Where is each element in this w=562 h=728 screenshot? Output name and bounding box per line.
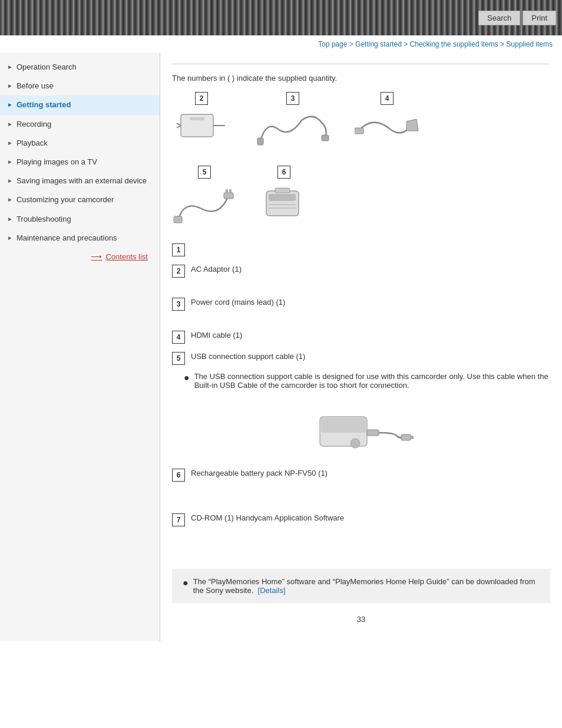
- search-button[interactable]: Search: [478, 11, 520, 25]
- item-4-number: 4: [381, 92, 394, 105]
- svg-rect-21: [367, 430, 379, 436]
- breadcrumb-checkingsupplied[interactable]: Checking the supplied items: [410, 40, 498, 48]
- playmemories-note-box: ● The “PlayMemories Home” software and “…: [172, 569, 550, 603]
- sidebar-label: Playback: [16, 138, 48, 149]
- breadcrumb-current: Supplied items: [506, 40, 553, 48]
- item-5-number: 5: [198, 166, 211, 179]
- print-button[interactable]: Print: [523, 11, 556, 25]
- sidebar-item-maintenance[interactable]: ► Maintenance and precautions: [0, 229, 160, 248]
- num-5: 5: [172, 352, 185, 365]
- svg-rect-1: [190, 117, 204, 120]
- sidebar-item-saving-images[interactable]: ► Saving images with an external device: [0, 172, 160, 190]
- item-3-image: [254, 108, 331, 151]
- item-7-desc: CD-ROM (1) Handycam Application Software: [191, 512, 344, 524]
- item-6-number: 6: [277, 166, 290, 179]
- sidebar-item-getting-started[interactable]: ► Getting started: [0, 95, 160, 114]
- items-images-row-1: 2 3: [172, 92, 550, 154]
- item-row-3: 3 Power cord (mains lead) (1): [172, 297, 550, 311]
- svg-rect-6: [322, 135, 329, 141]
- item-6-desc: Rechargeable battery pack NP-FV50 (1): [191, 467, 328, 479]
- items-images-row-2: 5 6: [172, 166, 550, 230]
- arrow-icon: ►: [7, 139, 13, 147]
- sidebar-label: Getting started: [16, 100, 71, 110]
- sidebar-label: Playing images on a TV: [16, 157, 97, 167]
- svg-rect-5: [257, 138, 263, 145]
- arrow-icon: ►: [7, 158, 13, 166]
- sidebar-item-customizing[interactable]: ► Customizing your camcorder: [0, 190, 160, 209]
- item-4-desc: HDMI cable (1): [191, 330, 242, 341]
- arrow-icon: ►: [7, 177, 13, 185]
- arrow-icon: ►: [7, 196, 13, 204]
- item-4-image: [355, 108, 419, 151]
- num-2: 2: [172, 265, 185, 278]
- sidebar-label: Saving images with an external device: [16, 176, 147, 186]
- svg-rect-11: [226, 189, 228, 193]
- item-5-image: [172, 182, 237, 228]
- header-bar: Search Print: [0, 0, 562, 35]
- sidebar-label: Troubleshooting: [16, 214, 71, 225]
- sidebar-item-recording[interactable]: ► Recording: [0, 115, 160, 134]
- svg-rect-10: [224, 193, 233, 199]
- item-5-desc: USB connection support cable (1): [191, 351, 305, 363]
- intro-text: The numbers in ( ) indicate the supplied…: [172, 74, 550, 83]
- sidebar: ► Operation Search ► Before use ► Gettin…: [0, 53, 160, 641]
- num-6: 6: [172, 469, 185, 482]
- numbered-items-list: 1 2 AC Adaptor (1) 3 Power cord (mains l…: [172, 242, 550, 603]
- contents-list-label[interactable]: Contents list: [105, 252, 148, 261]
- svg-rect-14: [275, 188, 290, 193]
- item-4-group: 4: [355, 92, 419, 154]
- details-link[interactable]: [Details]: [258, 586, 286, 595]
- note-bullet-icon: ●: [183, 577, 189, 588]
- sidebar-label: Maintenance and precautions: [16, 233, 117, 243]
- svg-rect-22: [401, 434, 411, 440]
- item-3-group: 3: [254, 92, 331, 154]
- usb-note: ● The USB connection support cable is de…: [184, 372, 550, 390]
- sidebar-label: Customizing your camcorder: [16, 195, 114, 205]
- item-6-image: [260, 182, 308, 228]
- item-2-image: [172, 108, 231, 151]
- item-row-6: 6 Rechargeable battery pack NP-FV50 (1): [172, 467, 550, 482]
- bullet-icon: ●: [184, 372, 190, 383]
- item-row-2: 2 AC Adaptor (1): [172, 263, 550, 278]
- item-6-group: 6: [260, 166, 308, 230]
- item-row-5: 5 USB connection support cable (1): [172, 351, 550, 365]
- num-4: 4: [172, 331, 185, 344]
- svg-point-20: [351, 439, 360, 448]
- content-area: The numbers in ( ) indicate the supplied…: [160, 53, 562, 641]
- contents-list-link[interactable]: ⟶ Contents list: [0, 248, 160, 266]
- item-row-1: 1: [172, 242, 550, 256]
- sidebar-item-troubleshooting[interactable]: ► Troubleshooting: [0, 210, 160, 229]
- usb-connection-image: [172, 399, 550, 458]
- divider: [172, 64, 550, 64]
- sidebar-item-before-use[interactable]: ► Before use: [0, 77, 160, 95]
- svg-rect-7: [355, 128, 363, 134]
- svg-rect-23: [410, 436, 414, 439]
- main-layout: ► Operation Search ► Before use ► Gettin…: [0, 53, 562, 641]
- sidebar-label: Operation Search: [16, 62, 77, 73]
- svg-line-4: [177, 126, 181, 128]
- breadcrumb-toppage[interactable]: Top page: [318, 40, 347, 48]
- svg-marker-8: [406, 119, 418, 131]
- sidebar-label: Before use: [16, 81, 54, 91]
- arrow-icon: ►: [7, 234, 13, 242]
- sidebar-label: Recording: [16, 119, 51, 130]
- sidebar-item-playback[interactable]: ► Playback: [0, 134, 160, 153]
- arrow-icon: ►: [7, 215, 13, 223]
- arrow-icon: ►: [7, 82, 13, 90]
- usb-note-text: The USB connection support cable is desi…: [194, 372, 550, 390]
- num-3: 3: [172, 298, 185, 311]
- item-2-desc: AC Adaptor (1): [191, 263, 242, 275]
- svg-rect-12: [229, 189, 232, 193]
- sidebar-item-operation-search[interactable]: ► Operation Search: [0, 58, 160, 77]
- svg-line-3: [177, 123, 181, 126]
- num-1: 1: [172, 243, 185, 256]
- num-7: 7: [172, 513, 185, 526]
- item-5-group: 5: [172, 166, 237, 230]
- page-number: 33: [172, 615, 550, 624]
- item-3-desc: Power cord (mains lead) (1): [191, 297, 285, 308]
- sidebar-item-playing-images[interactable]: ► Playing images on a TV: [0, 153, 160, 172]
- item-2-group: 2: [172, 92, 231, 154]
- item-row-7: 7 CD-ROM (1) Handycam Application Softwa…: [172, 512, 550, 526]
- arrow-icon: ►: [7, 101, 13, 109]
- breadcrumb-gettingstarted[interactable]: Getting started: [355, 40, 402, 48]
